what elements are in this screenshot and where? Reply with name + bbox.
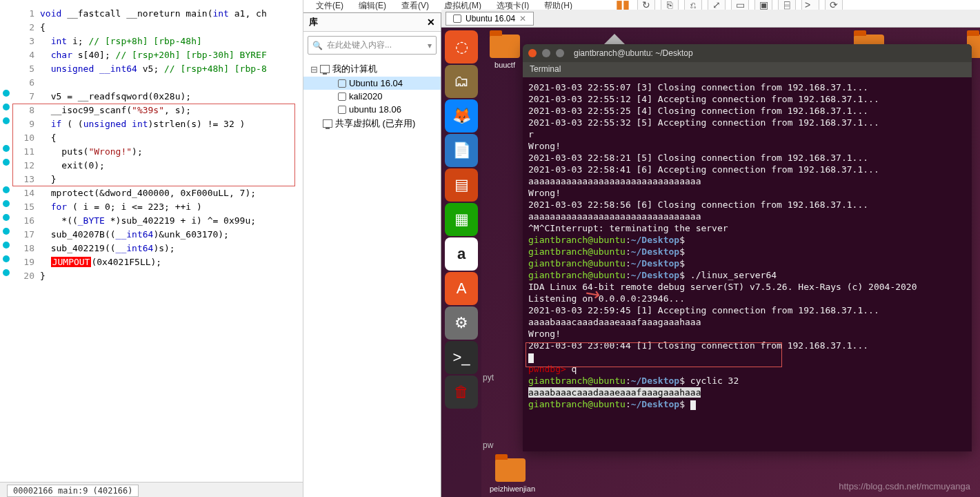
code-line[interactable]: 3 int i; // [rsp+8h] [rbp-48h] (0, 35, 303, 48)
code-line[interactable]: 19 JUMPOUT(0x4021F5LL); (0, 255, 303, 269)
vmware-menu: 文件(E) 编辑(E) 查看(V) 虚拟机(M) 选项卡(I) 帮助(H) (303, 0, 572, 10)
ubuntu-desktop[interactable]: ◌ 🗂 🦊 📄 ▤ ▦ a A ⚙ >_ 🗑 buuctf (441, 28, 980, 497)
library-search[interactable]: 🔍 在此处键入内容... ▾ (308, 36, 437, 55)
close-icon[interactable]: ✕ (519, 14, 526, 23)
breakpoint-icon[interactable] (3, 186, 10, 193)
code-line[interactable]: 20} (0, 269, 303, 283)
tree-item-kali[interactable]: kali2020 (303, 90, 441, 103)
breakpoint-icon[interactable] (3, 159, 10, 166)
menu-view[interactable]: 查看(V) (401, 0, 429, 10)
library-title: 库 (309, 16, 318, 28)
files-icon[interactable]: 🗂 (445, 65, 478, 98)
tree-shared[interactable]: 共享虚拟机 (已弃用) (303, 116, 441, 131)
vmware-toolbar: ▮▮ ↻ ⎘ ⎌ ⤢ ▭ ▣ ⌸ >_ ⟳ (614, 0, 843, 10)
bg-text: pyt (483, 373, 494, 382)
terminal-icon[interactable]: >_ (445, 341, 478, 374)
code-line[interactable]: 6 (0, 76, 303, 90)
folder-icon (495, 458, 526, 482)
menu-file[interactable]: 文件(E) (316, 0, 343, 10)
menu-tabs[interactable]: 选项卡(I) (497, 0, 529, 10)
computer-icon (320, 65, 330, 73)
firefox-icon[interactable]: 🦊 (445, 99, 478, 133)
breakpoint-icon[interactable] (3, 200, 10, 207)
code-line[interactable]: 10 { (0, 131, 303, 145)
collapse-icon[interactable]: ⊟ (310, 64, 317, 75)
menu-edit[interactable]: 编辑(E) (359, 0, 386, 10)
unity-launcher: ◌ 🗂 🦊 📄 ▤ ▦ a A ⚙ >_ 🗑 (441, 28, 481, 497)
vmware-display: Ubuntu 16.04 ✕ ◌ 🗂 🦊 📄 ▤ ▦ a A ⚙ >_ 🗑 bu… (441, 10, 980, 497)
code-line[interactable]: 12 exit(0); (0, 159, 303, 173)
code-line[interactable]: 11 puts("Wrong!"); (0, 145, 303, 159)
code-body[interactable]: 1void __fastcall __noreturn main(int a1,… (0, 7, 303, 478)
menu-help[interactable]: 帮助(H) (544, 0, 572, 10)
dash-icon[interactable]: ◌ (445, 30, 478, 64)
code-line[interactable]: 17 sub_40207B((__int64)&unk_603170); (0, 228, 303, 242)
code-line[interactable]: 5 unsigned __int64 v5; // [rsp+48h] [rbp… (0, 62, 303, 76)
desktop-folder[interactable]: peizhiwenjian (490, 458, 531, 493)
breakpoint-icon[interactable] (3, 214, 10, 221)
tree-item-ubuntu1806[interactable]: ubuntu 18.06 (303, 103, 441, 116)
window-max-icon[interactable] (556, 49, 564, 57)
vm-icon (338, 106, 346, 114)
breakpoint-icon[interactable] (3, 269, 10, 276)
vm-tree: ⊟ 我的计算机 Ubuntu 16.04 kali2020 ubuntu 18.… (303, 59, 441, 134)
menu-vm[interactable]: 虚拟机(M) (444, 0, 481, 10)
terminal-tab[interactable]: Terminal (523, 62, 972, 77)
status-text: 00002166 main:9 (402166) (7, 485, 139, 497)
calc-icon[interactable]: ▦ (445, 203, 478, 236)
breakpoint-icon[interactable] (3, 104, 10, 110)
breakpoint-icon[interactable] (3, 242, 10, 248)
tree-root[interactable]: ⊟ 我的计算机 (303, 61, 441, 77)
impress-icon[interactable]: ▤ (445, 168, 478, 202)
chevron-down-icon[interactable]: ▾ (428, 41, 432, 50)
vm-icon (338, 79, 346, 88)
breakpoint-icon[interactable] (3, 90, 10, 97)
code-line[interactable]: 16 *((_BYTE *)sub_402219 + i) ^= 0x99u; (0, 214, 303, 228)
watermark: https://blog.csdn.net/mcmuyanga (839, 481, 970, 491)
vm-icon (453, 14, 461, 23)
writer-icon[interactable]: 📄 (445, 134, 478, 167)
code-line[interactable]: 1void __fastcall __noreturn main(int a1,… (0, 7, 303, 21)
desktop-folder[interactable]: buuctf (490, 35, 520, 69)
breakpoint-icon[interactable] (3, 117, 10, 124)
breakpoint-icon[interactable] (3, 228, 10, 235)
code-line[interactable]: 18 sub_402219((__int64)s); (0, 242, 303, 255)
search-icon: 🔍 (312, 41, 323, 50)
code-line[interactable]: 7 v5 = __readfsqword(0x28u); (0, 90, 303, 104)
desktop-bottom-row: peizhiwenjian (490, 458, 531, 493)
computer-icon (323, 119, 332, 128)
close-icon[interactable]: ✕ (427, 17, 435, 28)
code-line[interactable]: 14 mprotect(&dword_400000, 0xF000uLL, 7)… (0, 186, 303, 200)
settings-icon[interactable]: ⚙ (445, 306, 478, 340)
window-min-icon[interactable] (542, 49, 550, 57)
highlight-box-terminal (526, 342, 782, 367)
vmware-library-pane: 库 ✕ 🔍 在此处键入内容... ▾ ⊟ 我的计算机 Ubuntu 16.04 … (303, 12, 441, 497)
tree-item-ubuntu1604[interactable]: Ubuntu 16.04 (303, 77, 441, 90)
amazon-icon[interactable]: a (445, 237, 478, 271)
terminal-window[interactable]: giantbranch@ubuntu: ~/Desktop Terminal 2… (523, 44, 972, 451)
bg-text: pw (483, 440, 493, 450)
ida-status-bar: 00002166 main:9 (402166) (0, 482, 303, 497)
code-line[interactable]: 4 char s[40]; // [rsp+20h] [rbp-30h] BYR… (0, 48, 303, 62)
breakpoint-icon[interactable] (3, 145, 10, 152)
ida-pseudocode-pane: 1void __fastcall __noreturn main(int a1,… (0, 0, 303, 497)
breakpoint-icon[interactable] (3, 255, 10, 262)
code-line[interactable]: 2{ (0, 21, 303, 35)
window-close-icon[interactable] (528, 49, 537, 57)
vm-tab[interactable]: Ubuntu 16.04 ✕ (446, 12, 534, 26)
code-line[interactable]: 15 for ( i = 0; i <= 223; ++i ) (0, 200, 303, 214)
code-line[interactable]: 8 __isoc99_scanf("%39s", s); (0, 104, 303, 117)
trash-icon[interactable]: 🗑 (445, 376, 478, 409)
software-icon[interactable]: A (445, 272, 478, 305)
search-placeholder: 在此处键入内容... (327, 39, 392, 51)
code-line[interactable]: 13 } (0, 173, 303, 186)
vm-tab-bar: Ubuntu 16.04 ✕ (441, 10, 980, 28)
folder-icon (490, 35, 520, 58)
terminal-titlebar[interactable]: giantbranch@ubuntu: ~/Desktop (523, 44, 972, 62)
code-line[interactable]: 9 if ( (unsigned int)strlen(s) != 32 ) (0, 117, 303, 131)
vm-icon (338, 92, 346, 101)
